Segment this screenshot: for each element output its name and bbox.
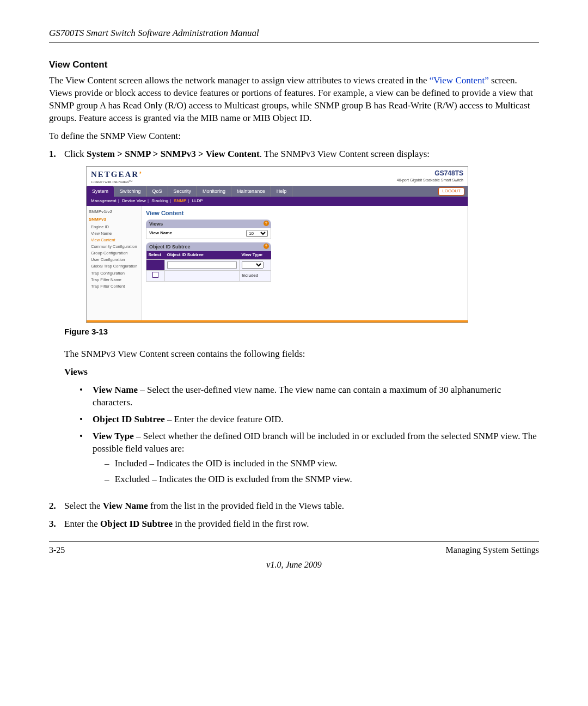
- help-icon[interactable]: ?: [264, 244, 269, 249]
- sidebar-item-group[interactable]: Group Configuration: [91, 251, 139, 256]
- sidebar-item-community[interactable]: Community Configuration: [91, 244, 139, 249]
- logout-button[interactable]: LOGOUT: [438, 187, 464, 196]
- step-3-bold: Object ID Subtree: [100, 519, 173, 529]
- step-1: 1. Click System > SNMP > SNMPv3 > View C…: [49, 148, 539, 495]
- section-heading: View Content: [49, 59, 539, 71]
- row1-oid-input[interactable]: [167, 261, 237, 269]
- views-heading: Views: [64, 366, 539, 379]
- subtab-snmp[interactable]: SNMP: [174, 198, 186, 203]
- step-3-pre: Enter the: [64, 519, 100, 529]
- step-3: 3. Enter the Object ID Subtree in the pr…: [49, 518, 539, 531]
- bullet-vtype-text: – Select whether the defined OID branch …: [93, 431, 537, 454]
- header-rule: [49, 42, 539, 42]
- panel-views: Views ? View Name 10: [146, 220, 271, 239]
- tab-qos[interactable]: QoS: [147, 186, 168, 197]
- step-2: 2. Select the View Name from the list in…: [49, 500, 539, 513]
- step-1-pre: Click: [64, 149, 87, 159]
- sidebar-item-globaltrap[interactable]: Global Trap Configuration: [91, 264, 139, 269]
- panel-oid: Object ID Subtree ? Select Object ID Sub…: [146, 242, 271, 282]
- step-2-pre: Select the: [64, 501, 103, 511]
- row2-select-checkbox[interactable]: [152, 272, 158, 278]
- sidebar: SNMPv1/v2 SNMPv3 Engine ID View Name Vie…: [87, 206, 142, 320]
- subtab-deviceview[interactable]: Device View: [122, 198, 146, 203]
- th-oid: Object ID Subtree: [165, 251, 240, 259]
- footer-rule: [49, 541, 539, 542]
- figure-screenshot: NETGEAR’ Connect with Innovation™ GS748T…: [86, 166, 468, 324]
- step-1-post: . The SNMPv3 View Content screen display…: [260, 149, 430, 159]
- model-desc: 48-port Gigabit Stackable Smart Switch: [397, 178, 463, 182]
- step-2-bold: View Name: [103, 501, 148, 511]
- intro-para2: To define the SNMP View Content:: [49, 130, 539, 143]
- row1-select-checkbox[interactable]: [152, 261, 158, 267]
- table-row: [146, 260, 271, 271]
- sidebar-item-viewcontent[interactable]: View Content: [91, 238, 139, 243]
- bullet-viewname-text: – Select the user-defined view name. The…: [93, 385, 501, 407]
- step-1-bold: System > SNMP > SNMPv3 > View Content: [87, 149, 260, 159]
- model-number: GS748TS: [397, 169, 463, 178]
- sidebar-item-trapfiltername[interactable]: Trap Filter Name: [91, 277, 139, 283]
- view-content-link[interactable]: “View Content”: [430, 75, 489, 86]
- bullet-oid-text: – Enter the device feature OID.: [165, 414, 284, 424]
- subtab-stacking[interactable]: Stacking: [151, 198, 168, 203]
- step-3-num: 3.: [49, 518, 64, 531]
- tab-monitoring[interactable]: Monitoring: [197, 186, 231, 197]
- sidebar-item-user[interactable]: User Configuration: [91, 257, 139, 263]
- step-2-post: from the list in the provided field in t…: [148, 501, 344, 511]
- sidebar-item-engineid[interactable]: Engine ID: [91, 224, 139, 230]
- figure-caption: Figure 3-13: [64, 326, 539, 337]
- sidebar-hdr-snmpv12[interactable]: SNMPv1/v2: [89, 209, 139, 215]
- th-vtype: View Type: [240, 251, 271, 259]
- view-name-label: View Name: [149, 230, 172, 236]
- tab-system[interactable]: System: [87, 186, 114, 197]
- after-figure-text: The SNMPv3 View Content screen contains …: [64, 348, 539, 361]
- step-1-num: 1.: [49, 148, 64, 495]
- sidebar-item-viewname[interactable]: View Name: [91, 231, 139, 236]
- th-select: Select: [146, 251, 165, 259]
- table-row: Included: [146, 270, 271, 281]
- brand-dot-icon: ’: [139, 170, 143, 179]
- subtab-management[interactable]: Management: [91, 198, 117, 203]
- subtab-lldp[interactable]: LLDP: [192, 198, 203, 203]
- version-text: v1.0, June 2009: [49, 559, 539, 571]
- row1-vtype-select[interactable]: [242, 261, 264, 269]
- panel-oid-title: Object ID Subtree: [149, 244, 191, 249]
- bottom-strip: [87, 320, 468, 322]
- brand-tagline: Connect with Innovation™: [91, 180, 143, 185]
- step-2-num: 2.: [49, 500, 64, 513]
- step-3-post: in the provided field in the first row.: [173, 519, 309, 529]
- intro-pre: The View Content screen allows the netwo…: [49, 75, 430, 86]
- bullet-vtype-bold: View Type: [93, 431, 134, 441]
- content-title: View Content: [146, 209, 463, 217]
- bullet-vtype: View Type – Select whether the defined O…: [79, 430, 539, 489]
- dash-excluded: Excluded – Indicates the OID is excluded…: [114, 473, 539, 486]
- sidebar-hdr-snmpv3[interactable]: SNMPv3: [89, 217, 139, 223]
- brand-text: NETGEAR: [91, 170, 139, 179]
- bullet-oid: Object ID Subtree – Enter the device fea…: [79, 413, 539, 426]
- panel-views-title: Views: [149, 221, 163, 227]
- dash-included: Included – Indicates the OID is included…: [114, 458, 539, 470]
- brand-block: NETGEAR’ Connect with Innovation™: [91, 169, 143, 185]
- main-tabs: System Switching QoS Security Monitoring…: [87, 186, 468, 197]
- page-number: 3-25: [49, 544, 65, 556]
- tab-maintenance[interactable]: Maintenance: [231, 186, 271, 197]
- intro-paragraph: The View Content screen allows the netwo…: [49, 75, 539, 125]
- bullet-oid-bold: Object ID Subtree: [93, 414, 165, 424]
- sub-tabs: Management| Device View| Stacking| SNMP|…: [87, 197, 468, 206]
- help-icon[interactable]: ?: [264, 221, 269, 226]
- tab-security[interactable]: Security: [168, 186, 198, 197]
- tab-switching[interactable]: Switching: [114, 186, 147, 197]
- bullet-viewname: View Name – Select the user-defined view…: [79, 384, 539, 409]
- view-name-select[interactable]: 10: [246, 230, 268, 237]
- chapter-title: Managing System Settings: [445, 544, 539, 556]
- row2-vtype: Included: [240, 270, 271, 281]
- bullet-viewname-bold: View Name: [93, 385, 138, 395]
- manual-title: GS700TS Smart Switch Software Administra…: [49, 27, 539, 40]
- oid-table: Select Object ID Subtree View Type: [146, 251, 271, 281]
- sidebar-item-trapconfig[interactable]: Trap Configuration: [91, 271, 139, 276]
- sidebar-item-trapfiltercontent[interactable]: Trap Filter Content: [91, 284, 139, 289]
- tab-help[interactable]: Help: [271, 186, 293, 197]
